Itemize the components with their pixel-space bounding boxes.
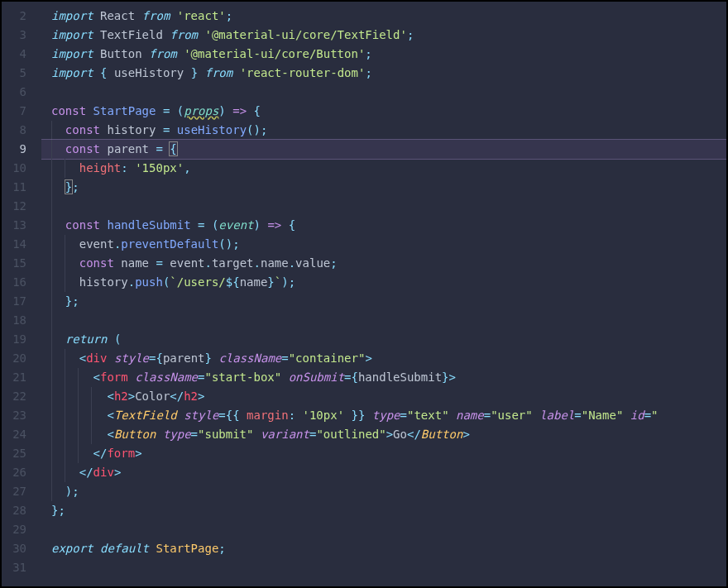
code-line[interactable]: };: [41, 178, 726, 197]
code-line[interactable]: };: [41, 292, 726, 311]
code-area[interactable]: import React from 'react'; import TextFi…: [41, 2, 726, 586]
code-line[interactable]: event.preventDefault();: [41, 235, 726, 254]
code-line[interactable]: import React from 'react';: [41, 7, 726, 26]
line-number: 25: [2, 444, 26, 463]
code-line[interactable]: import Button from '@material-ui/core/Bu…: [41, 45, 726, 64]
code-line[interactable]: return (: [41, 330, 726, 349]
code-line[interactable]: [41, 558, 726, 577]
line-number: 2: [2, 7, 26, 26]
code-line[interactable]: history.push(`/users/${name}`);: [41, 273, 726, 292]
line-number: 24: [2, 425, 26, 444]
code-line[interactable]: <form className="start-box" onSubmit={ha…: [41, 368, 726, 387]
line-number: 3: [2, 26, 26, 45]
line-number: 8: [2, 121, 26, 140]
code-line[interactable]: };: [41, 501, 726, 520]
line-number: 21: [2, 368, 26, 387]
code-line[interactable]: const StartPage = (props) => {: [41, 102, 726, 121]
line-number: 22: [2, 387, 26, 406]
code-line[interactable]: const name = event.target.name.value;: [41, 254, 726, 273]
line-number: 26: [2, 463, 26, 482]
code-line[interactable]: [41, 83, 726, 102]
code-line[interactable]: import { useHistory } from 'react-router…: [41, 64, 726, 83]
line-number-current: 9: [2, 140, 26, 159]
code-line[interactable]: export default StartPage;: [41, 539, 726, 558]
line-number: 5: [2, 64, 26, 83]
line-number: 27: [2, 482, 26, 501]
line-number-gutter: 2 3 4 5 6 7 8 9 10 11 12 13 14 15 16 17 …: [2, 2, 41, 586]
code-line[interactable]: const history = useHistory();: [41, 121, 726, 140]
line-number: 13: [2, 216, 26, 235]
line-number: 10: [2, 159, 26, 178]
code-line[interactable]: <TextField style={{ margin: '10px' }} ty…: [41, 406, 726, 425]
line-number: 19: [2, 330, 26, 349]
line-number: 6: [2, 83, 26, 102]
line-number: 7: [2, 102, 26, 121]
code-line[interactable]: );: [41, 482, 726, 501]
line-number: 31: [2, 558, 26, 577]
code-line[interactable]: height: '150px',: [41, 159, 726, 178]
code-line[interactable]: [41, 520, 726, 539]
line-number: 29: [2, 520, 26, 539]
line-number: 16: [2, 273, 26, 292]
line-number: 23: [2, 406, 26, 425]
code-line[interactable]: </form>: [41, 444, 726, 463]
code-line[interactable]: [41, 311, 726, 330]
line-number: 28: [2, 501, 26, 520]
code-line[interactable]: [41, 197, 726, 216]
line-number: 18: [2, 311, 26, 330]
line-number: 4: [2, 45, 26, 64]
code-line[interactable]: <div style={parent} className="container…: [41, 349, 726, 368]
line-number: 30: [2, 539, 26, 558]
line-number: 14: [2, 235, 26, 254]
code-editor: 2 3 4 5 6 7 8 9 10 11 12 13 14 15 16 17 …: [2, 2, 726, 586]
code-line[interactable]: const handleSubmit = (event) => {: [41, 216, 726, 235]
line-number: 20: [2, 349, 26, 368]
line-number: 15: [2, 254, 26, 273]
line-number: 12: [2, 197, 26, 216]
line-number: 17: [2, 292, 26, 311]
code-line[interactable]: import TextField from '@material-ui/core…: [41, 26, 726, 45]
line-number: 11: [2, 178, 26, 197]
code-line[interactable]: <Button type="submit" variant="outlined"…: [41, 425, 726, 444]
code-line[interactable]: <h2>Color</h2>: [41, 387, 726, 406]
code-line[interactable]: </div>: [41, 463, 726, 482]
code-line-current[interactable]: const parent = {: [41, 139, 726, 160]
